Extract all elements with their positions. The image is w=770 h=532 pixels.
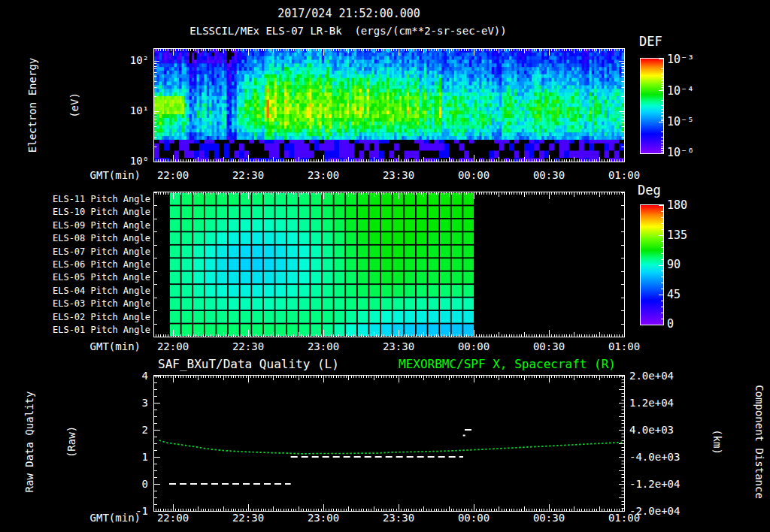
pitch-row-label: ELS-06 Pitch Angle — [53, 260, 150, 269]
distance-y-axis-label-line1: Component Distance — [752, 385, 766, 499]
def-colorbar-title: DEF — [639, 35, 662, 48]
pitch-angle-heatmap-canvas — [153, 192, 625, 337]
x-tick-label: 00:00 — [458, 512, 490, 523]
page-subtitle: ELSSCIL/MEx ELS-07 LR-Bk (ergs/(cm**2-sr… — [189, 26, 506, 36]
x-tick-label: 22:30 — [232, 170, 264, 180]
spectrogram-y-tick-label: 10² — [130, 55, 149, 65]
def-colorbar-canvas — [640, 58, 664, 154]
pitch-row-label: ELS-05 Pitch Angle — [53, 273, 150, 282]
x-tick-label: 00:00 — [458, 170, 490, 180]
x-tick-label: 22:00 — [157, 512, 189, 523]
distance-y-axis-label: Component Distance (km) — [681, 385, 770, 499]
x-tick-label: 00:30 — [533, 341, 565, 352]
deg-colorbar-tick-label: 45 — [667, 289, 681, 300]
pitch-row-label: ELS-04 Pitch Angle — [53, 286, 150, 295]
def-colorbar-tick-label: 10⁻⁶ — [667, 147, 694, 159]
bottom-left-title: SAF_BXuT/Data Quality (L) — [158, 358, 339, 370]
def-colorbar-tick-label: 10⁻⁵ — [667, 116, 694, 128]
x-tick-label: 01:00 — [608, 341, 640, 352]
distance-y-tick-label: 4.0e+03 — [629, 425, 674, 435]
pitch-row-label: ELS-08 Pitch Angle — [53, 234, 150, 243]
deg-colorbar-tick-label: 90 — [667, 259, 681, 271]
deg-colorbar-tick-label: 135 — [667, 229, 687, 240]
distance-y-tick-label: 1.2e+04 — [629, 397, 674, 408]
def-colorbar-tick-label: 10⁻³ — [667, 54, 694, 65]
x-tick-label: 22:30 — [232, 512, 264, 523]
x-tick-label: 23:30 — [383, 170, 414, 180]
spectrogram-y-axis-label-line1: Electron Energy — [26, 58, 40, 153]
quality-y-tick-label: -1 — [135, 506, 148, 516]
def-colorbar-tick-label: 10⁻⁴ — [667, 85, 694, 96]
pitch-row-label: ELS-02 Pitch Angle — [53, 313, 150, 322]
x-tick-label: 23:00 — [308, 512, 339, 523]
x-tick-label: 23:30 — [383, 512, 414, 523]
quality-y-tick-label: 2 — [142, 425, 148, 435]
pitch-row-label: ELS-07 Pitch Angle — [53, 247, 150, 256]
deg-colorbar-title: Deg — [638, 184, 661, 197]
x-tick-label: 22:30 — [232, 341, 264, 352]
spectrogram-y-axis-label-line2: (eV) — [68, 58, 83, 153]
x-tick-label: 23:00 — [308, 341, 339, 352]
quality-y-tick-label: 3 — [142, 397, 148, 408]
quality-y-tick-label: 4 — [142, 370, 148, 381]
distance-y-tick-label: -2.0e+04 — [629, 506, 680, 516]
distance-y-tick-label: -1.2e+04 — [629, 479, 680, 489]
pitch-row-label: ELS-09 Pitch Angle — [53, 221, 150, 230]
x-tick-label: 00:30 — [533, 170, 565, 180]
plot-page: 2017/024 21:52:00.000 ELSSCIL/MEx ELS-07… — [0, 0, 770, 532]
spectrogram-y-tick-label: 10⁰ — [130, 156, 149, 166]
spectrogram-y-tick-label: 10¹ — [130, 105, 149, 116]
deg-colorbar-tick-label: 180 — [667, 200, 687, 211]
gmt-axis-label: GMT(min) — [90, 512, 141, 523]
distance-y-axis-label-line2: (km) — [709, 385, 723, 499]
x-tick-label: 01:00 — [608, 170, 640, 180]
quality-y-axis-label-line1: Raw Data Quality — [23, 391, 37, 493]
pitch-row-label: ELS-10 Pitch Angle — [53, 207, 150, 216]
quality-y-tick-label: 1 — [142, 452, 148, 462]
x-tick-label: 22:00 — [157, 341, 189, 352]
distance-y-tick-label: 2.0e+04 — [629, 370, 674, 381]
x-tick-label: 00:30 — [533, 512, 565, 523]
gmt-axis-label: GMT(min) — [90, 341, 141, 352]
spectrogram-y-axis-label: Electron Energy (eV) — [0, 58, 111, 153]
x-tick-label: 00:00 — [458, 341, 490, 352]
distance-y-tick-label: -4.0e+03 — [629, 452, 680, 462]
x-tick-label: 23:30 — [383, 341, 414, 352]
quality-y-tick-label: 0 — [142, 479, 148, 489]
gmt-axis-label: GMT(min) — [90, 170, 141, 180]
x-tick-label: 23:00 — [308, 170, 339, 180]
quality-y-axis-label-line2: (Raw) — [65, 391, 80, 493]
pitch-row-label: ELS-03 Pitch Angle — [53, 299, 150, 308]
deg-colorbar-tick-label: 0 — [667, 319, 674, 330]
pitch-row-label: ELS-01 Pitch Angle — [53, 325, 150, 334]
electron-energy-spectrogram-canvas — [153, 48, 625, 162]
quality-y-axis-label: Raw Data Quality (Raw) — [0, 391, 108, 493]
deg-colorbar-canvas — [640, 204, 664, 325]
page-title: 2017/024 21:52:00.000 — [277, 8, 420, 20]
quality-distance-plot-canvas — [153, 375, 625, 512]
bottom-right-title: MEXORBMC/SPF X, Spacecraft (R) — [399, 358, 616, 370]
pitch-row-label: ELS-11 Pitch Angle — [53, 195, 150, 204]
x-tick-label: 22:00 — [157, 170, 189, 180]
